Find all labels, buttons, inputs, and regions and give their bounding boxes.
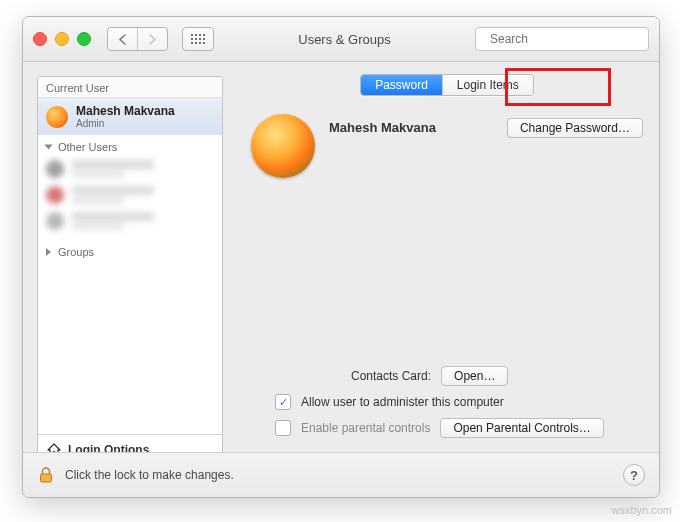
contacts-open-button[interactable]: Open… [441, 366, 508, 386]
parental-checkbox-label: Enable parental controls [301, 421, 430, 435]
search-input[interactable] [488, 31, 642, 47]
back-button[interactable] [108, 28, 138, 50]
close-window-button[interactable] [33, 32, 47, 46]
window-controls [33, 32, 91, 46]
user-avatar-icon [46, 186, 64, 204]
forward-button[interactable] [138, 28, 167, 50]
user-avatar[interactable] [251, 114, 315, 178]
svg-rect-8 [191, 42, 193, 44]
titlebar: Users & Groups [23, 17, 659, 62]
list-item[interactable] [46, 160, 214, 178]
profile-row: Mahesh Makvana Change Password… [251, 114, 643, 178]
tab-password[interactable]: Password [361, 75, 442, 95]
watermark: wsxbyn.com [611, 504, 672, 516]
open-parental-controls-button[interactable]: Open Parental Controls… [440, 418, 603, 438]
chevron-left-icon [118, 34, 127, 45]
change-password-button[interactable]: Change Password… [507, 118, 643, 138]
contacts-card-row: Contacts Card: Open… [351, 366, 508, 386]
list-item[interactable] [46, 212, 214, 230]
admin-checkbox[interactable]: ✓ [275, 394, 291, 410]
prefs-window: Users & Groups Current User Mahesh Makva… [22, 16, 660, 498]
grid-icon [191, 34, 205, 44]
parental-checkbox[interactable] [275, 420, 291, 436]
search-field[interactable] [475, 27, 649, 51]
svg-rect-0 [191, 34, 193, 36]
minimize-window-button[interactable] [55, 32, 69, 46]
parental-controls-row: Enable parental controls Open Parental C… [275, 418, 604, 438]
footer-bar: Click the lock to make changes. ? [23, 452, 659, 497]
other-users-header[interactable]: Other Users [38, 135, 222, 156]
admin-checkbox-label: Allow user to administer this computer [301, 395, 504, 409]
admin-checkbox-row: ✓ Allow user to administer this computer [275, 394, 504, 410]
user-avatar-icon [46, 106, 68, 128]
options-area: Contacts Card: Open… ✓ Allow user to adm… [235, 366, 659, 438]
current-user-role: Admin [76, 118, 175, 129]
contacts-card-label: Contacts Card: [351, 369, 431, 383]
nav-back-forward [107, 27, 168, 51]
current-user-row[interactable]: Mahesh Makvana Admin [38, 98, 222, 135]
chevron-right-icon [148, 34, 157, 45]
user-avatar-icon [46, 212, 64, 230]
lock-icon[interactable] [37, 466, 55, 484]
other-users-list [38, 156, 222, 240]
svg-rect-6 [199, 38, 201, 40]
svg-rect-5 [195, 38, 197, 40]
user-avatar-icon [46, 160, 64, 178]
list-item[interactable] [46, 186, 214, 204]
show-all-button[interactable] [182, 27, 214, 51]
help-button[interactable]: ? [623, 464, 645, 486]
svg-rect-7 [203, 38, 205, 40]
svg-rect-1 [195, 34, 197, 36]
main-panel: Password Login Items Mahesh Makvana Chan… [235, 62, 659, 498]
current-user-header: Current User [38, 77, 222, 98]
svg-rect-9 [195, 42, 197, 44]
user-list: Current User Mahesh Makvana Admin Other … [37, 76, 223, 466]
svg-rect-14 [41, 474, 52, 482]
svg-rect-10 [199, 42, 201, 44]
search-icon [482, 33, 483, 45]
zoom-window-button[interactable] [77, 32, 91, 46]
profile-name: Mahesh Makvana [329, 120, 436, 135]
svg-rect-2 [199, 34, 201, 36]
disclosure-triangle-icon [46, 248, 51, 256]
tab-bar: Password Login Items [360, 74, 534, 96]
current-user-name: Mahesh Makvana [76, 104, 175, 118]
svg-rect-3 [203, 34, 205, 36]
svg-rect-4 [191, 38, 193, 40]
window-title: Users & Groups [220, 32, 469, 47]
lock-hint: Click the lock to make changes. [65, 468, 234, 482]
tab-login-items[interactable]: Login Items [442, 75, 533, 95]
disclosure-triangle-icon [45, 145, 53, 150]
sidebar-column: Current User Mahesh Makvana Admin Other … [23, 62, 235, 498]
svg-rect-11 [203, 42, 205, 44]
groups-header[interactable]: Groups [38, 240, 222, 261]
